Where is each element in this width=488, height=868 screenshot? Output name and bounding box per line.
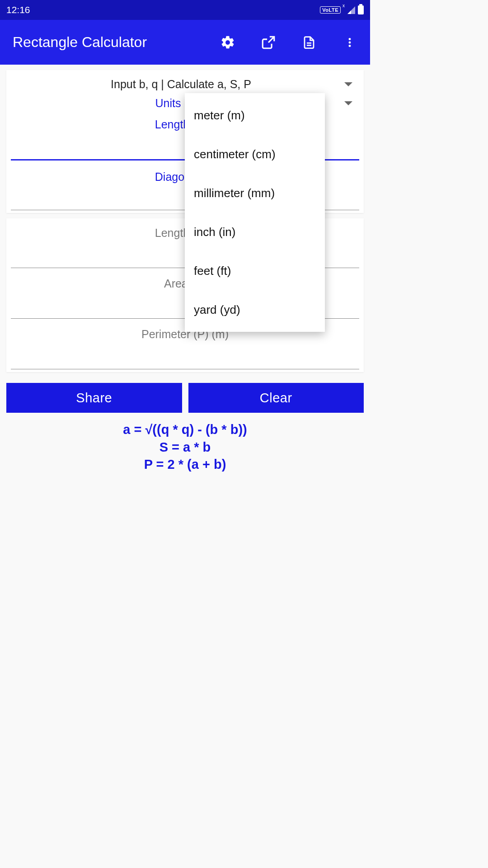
units-option-millimeter[interactable]: millimeter (mm): [185, 174, 325, 212]
svg-point-4: [349, 45, 351, 47]
share-button[interactable]: Share: [6, 383, 182, 413]
calculation-mode-dropdown[interactable]: Input b, q | Calculate a, S, P: [9, 76, 361, 92]
status-icons: VoLTE x: [320, 5, 364, 14]
volte-icon: VoLTE: [320, 6, 341, 14]
clear-button[interactable]: Clear: [188, 383, 364, 413]
units-option-inch[interactable]: inch (in): [185, 212, 325, 251]
calculation-mode-label: Input b, q | Calculate a, S, P: [18, 78, 344, 91]
formula-a: a = √((q * q) - (b * b)): [0, 421, 370, 439]
status-bar: 12:16 VoLTE x: [0, 0, 370, 20]
units-label: Units: [18, 97, 181, 110]
units-option-yard[interactable]: yard (yd): [185, 290, 325, 329]
units-option-feet[interactable]: feet (ft): [185, 251, 325, 290]
more-icon[interactable]: [342, 35, 357, 50]
units-option-meter[interactable]: meter (m): [185, 96, 325, 135]
units-option-centimeter[interactable]: centimeter (cm): [185, 135, 325, 174]
chevron-down-icon: [344, 82, 352, 86]
perimeter-output: [11, 342, 359, 369]
chevron-down-icon: [344, 101, 352, 105]
app-title: Rectangle Calculator: [13, 34, 220, 51]
clock: 12:16: [6, 5, 30, 15]
battery-icon: [358, 5, 364, 14]
signal-icon: [347, 6, 355, 14]
svg-point-3: [349, 41, 351, 43]
formulas-block: a = √((q * q) - (b * b)) S = a * b P = 2…: [0, 421, 370, 473]
signal-x: x: [343, 3, 345, 8]
document-icon[interactable]: [301, 35, 317, 50]
formula-p: P = 2 * (a + b): [0, 456, 370, 473]
app-bar: Rectangle Calculator: [0, 20, 370, 65]
formula-s: S = a * b: [0, 439, 370, 456]
settings-icon[interactable]: [220, 35, 235, 50]
svg-point-2: [349, 38, 351, 40]
units-popup: meter (m) centimeter (cm) millimeter (mm…: [185, 93, 325, 332]
share-icon[interactable]: [261, 35, 276, 50]
